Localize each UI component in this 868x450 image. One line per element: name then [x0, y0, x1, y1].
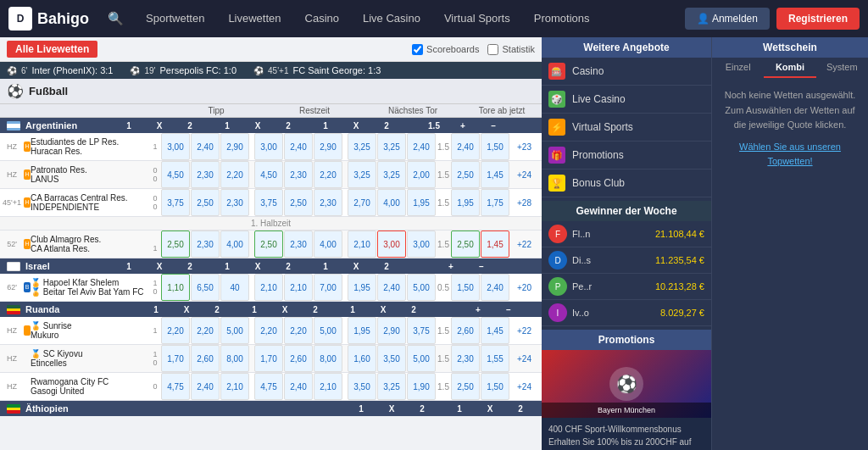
avatar: D	[548, 251, 567, 269]
odd-btn[interactable]: 3,00	[161, 133, 190, 160]
match-row: 52' H Club Almagro Res. CA Atlanta Res. …	[0, 231, 542, 258]
team1-name: Estudiantes de LP Res.	[31, 137, 149, 147]
col-tipp-label: Tipp	[170, 106, 263, 115]
col-headers: Tipp Restzeit Nächstes Tor Tore ab jetzt	[0, 104, 542, 118]
odd-btn[interactable]: 3,25	[377, 133, 406, 160]
live-bar[interactable]: Alle Livewetten	[7, 41, 97, 58]
odd-btn[interactable]: 3,00	[254, 133, 283, 160]
winner-row-2: D Di..s 11.235,54 €	[542, 247, 711, 274]
team1-name: Patronato Res.	[31, 165, 149, 175]
halftime-label: 1. Halbzeit	[0, 217, 542, 231]
odd-btn[interactable]: 2,30	[284, 161, 313, 188]
live-match-1[interactable]: ⚽ 6' Inter (PhoenIX): 3:1	[7, 65, 113, 75]
login-button[interactable]: 👤 Anmelden	[685, 8, 770, 30]
avatar: P	[548, 277, 567, 296]
promo-header: Promotions	[542, 330, 711, 350]
aethiopien-label: Äthiopien	[25, 403, 69, 414]
odd-btn[interactable]: 2,20	[314, 161, 342, 188]
winner-name: Iv..o	[572, 308, 655, 318]
header-buttons: 👤 Anmelden Anmelden Registrieren	[685, 8, 860, 30]
match-row: 62' B 🏅 Hapoel Kfar Shelem 🏅 Beitar Tel …	[0, 274, 542, 302]
winner-amount: 10.213,28 €	[655, 281, 704, 292]
gewinner-header: Gewinner der Woche	[542, 201, 711, 221]
wettschein-content: Noch keine Wetten ausgewählt. Zum Auswäh…	[712, 78, 868, 180]
odd-btn[interactable]: 2,20	[220, 161, 249, 188]
wettschein-header: Wettschein	[712, 37, 868, 58]
header: D Bahigo 🔍 Sportwetten Livewetten Casino…	[0, 0, 868, 37]
odd-btn[interactable]: 2,30	[191, 161, 220, 188]
odd-btn[interactable]: 2,40	[451, 133, 480, 160]
match-label: H	[24, 142, 31, 152]
nav-virtual-sports[interactable]: Virtual Sports	[432, 0, 522, 37]
tab-einzel[interactable]: Einzel	[712, 58, 764, 78]
rp-item-virtual-sports[interactable]: ⚡ Virtual Sports	[542, 114, 711, 142]
odd-btn[interactable]: 3,25	[348, 133, 376, 160]
odd-btn[interactable]: 3,25	[348, 161, 376, 188]
avatar: I	[548, 303, 567, 322]
live-match-3[interactable]: ⚽ 45'+1 FC Saint George: 1:3	[253, 65, 381, 75]
nav-livewetten[interactable]: Livewetten	[216, 0, 292, 37]
logo: D Bahigo	[8, 7, 89, 31]
odd-btn[interactable]: 1,50	[481, 133, 509, 160]
winner-amount: 11.235,54 €	[655, 255, 704, 265]
odd-btn[interactable]: 2,40	[284, 133, 313, 160]
odd-btn[interactable]: 1,45	[481, 161, 509, 188]
promo-image[interactable]: ⚽ Bayern München	[542, 350, 711, 418]
wettschein-panel: Wettschein Einzel Kombi System Noch kein…	[711, 37, 868, 450]
sport-header: ⚽ Fußball	[0, 79, 542, 104]
match-time: HZ	[0, 142, 24, 151]
winner-amount: 8.029,27 €	[660, 308, 704, 318]
nav-bar: Sportwetten Livewetten Casino Live Casin…	[134, 0, 685, 37]
scoreboards-label: Scoreboards	[426, 44, 479, 54]
rp-item-casino[interactable]: 🎰 Casino	[542, 58, 711, 86]
rp-item-live-casino[interactable]: 🎲 Live Casino	[542, 86, 711, 114]
scoreboards-checkbox[interactable]: Scoreboards	[412, 44, 479, 55]
logo-icon: D	[8, 7, 32, 31]
odd-btn[interactable]: 4,50	[254, 161, 283, 188]
match-row: HZ H Estudiantes de LP Res. Huracan Res.…	[0, 133, 542, 161]
statistik-label: Statistik	[502, 44, 535, 54]
odd-btn[interactable]: 2,90	[314, 133, 342, 160]
match-label: H	[24, 169, 31, 180]
rp-item-bonus-club[interactable]: 🏆 Bonus Club	[542, 169, 711, 197]
left-panel: Alle Livewetten Scoreboards Statistik ⚽ …	[0, 37, 542, 450]
match-row: HZ H Patronato Res. LANUS 00 4,50 2,30 2…	[0, 161, 542, 189]
winner-name: Pe..r	[572, 281, 650, 292]
odd-btn[interactable]: 2,50	[451, 161, 480, 188]
wettschein-tabs: Einzel Kombi System	[712, 58, 868, 78]
live-match-2[interactable]: ⚽ 19' Persepolis FC: 1:0	[130, 65, 236, 75]
logo-text: Bahigo	[37, 10, 89, 28]
nav-promotions[interactable]: Promotions	[522, 0, 602, 37]
register-button[interactable]: Registrieren	[776, 8, 860, 30]
topwetten-link[interactable]: Wählen Sie aus unseren Topwetten!	[739, 142, 841, 167]
tab-kombi[interactable]: Kombi	[764, 58, 815, 78]
argentina-label: Argentinien	[25, 120, 77, 131]
match-time: HZ	[0, 170, 24, 179]
col-tore-label: Tore ab jetzt	[476, 106, 527, 115]
main-layout: Alle Livewetten Scoreboards Statistik ⚽ …	[0, 37, 868, 450]
right-panel: Weitere Angebote 🎰 Casino 🎲 Live Casino …	[542, 37, 711, 450]
odd-btn[interactable]: 2,40	[407, 133, 436, 160]
avatar: F	[548, 225, 567, 243]
tab-system[interactable]: System	[816, 58, 868, 78]
nav-casino[interactable]: Casino	[293, 0, 351, 37]
odd-btn[interactable]: 2,40	[191, 133, 220, 160]
odd-btn[interactable]: 4,50	[161, 161, 190, 188]
country-aethiopien: Äthiopien 1X2 1X2	[0, 401, 542, 416]
rp-item-promotions[interactable]: 🎁 Promotions	[542, 142, 711, 169]
country-argentina: Argentinien 1 X 2 1 X 2 1 X 2 1.5 + –	[0, 118, 542, 133]
nav-live-casino[interactable]: Live Casino	[351, 0, 432, 37]
statistik-checkbox[interactable]: Statistik	[487, 44, 535, 55]
country-ruanda: Ruanda 1X2 1X2 1X2 +–	[0, 302, 542, 317]
odd-btn[interactable]: 2,90	[220, 133, 249, 160]
col-restzeit-label: Restzeit	[268, 106, 361, 115]
odd-btn[interactable]: 3,25	[377, 161, 406, 188]
match-row: HZ 🏅 SC Kiyovu Etincelles 10 1,70 2,60 8…	[0, 345, 542, 373]
winner-row-4: I Iv..o 8.029,27 €	[542, 300, 711, 326]
odd-btn[interactable]: 2,00	[407, 161, 436, 188]
winner-row-3: P Pe..r 10.213,28 €	[542, 274, 711, 300]
search-icon[interactable]: 🔍	[108, 11, 124, 26]
winner-row-1: F Fl..n 21.108,44 €	[542, 221, 711, 247]
nav-sportwetten[interactable]: Sportwetten	[134, 0, 216, 37]
live-matches-row: ⚽ 6' Inter (PhoenIX): 3:1 ⚽ 19' Persepol…	[0, 62, 542, 79]
